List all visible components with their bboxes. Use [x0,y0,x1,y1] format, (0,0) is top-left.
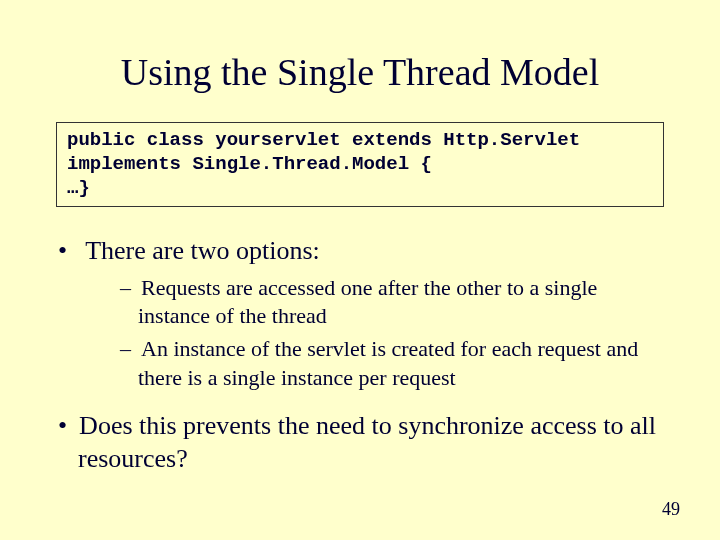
bullet-item: There are two options: Requests are acce… [50,235,670,392]
bullet-text: There are two options: [85,236,320,265]
sub-bullet-item: An instance of the servlet is created fo… [118,335,670,392]
code-block: public class yourservlet extends Http.Se… [56,122,664,207]
sub-bullet-item: Requests are accessed one after the othe… [118,274,670,331]
slide-title: Using the Single Thread Model [50,50,670,94]
page-number: 49 [662,499,680,520]
sub-bullet-list: Requests are accessed one after the othe… [118,274,670,392]
bullet-list: There are two options: Requests are acce… [50,235,670,475]
bullet-item: Does this prevents the need to synchroni… [50,410,670,475]
